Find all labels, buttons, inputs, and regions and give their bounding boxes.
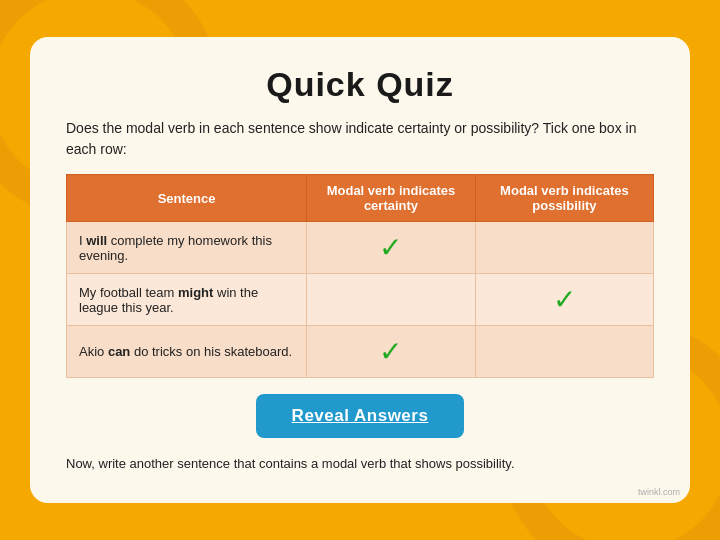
possibility-cell (475, 326, 653, 378)
reveal-answers-button[interactable]: Reveal Answers (256, 394, 465, 438)
sentence-cell: My football team might win the league th… (67, 274, 307, 326)
table-row: I will complete my homework this evening… (67, 222, 654, 274)
sentence-cell: I will complete my homework this evening… (67, 222, 307, 274)
col-header-certainty: Modal verb indicates certainty (307, 175, 476, 222)
branding-logo: twinkl.com (638, 487, 680, 497)
quiz-table: Sentence Modal verb indicates certainty … (66, 174, 654, 378)
instructions-text: Does the modal verb in each sentence sho… (66, 118, 654, 160)
table-row: Akio can do tricks on his skateboard.✓ (67, 326, 654, 378)
col-header-possibility: Modal verb indicates possibility (475, 175, 653, 222)
certainty-cell: ✓ (307, 326, 476, 378)
sentence-cell: Akio can do tricks on his skateboard. (67, 326, 307, 378)
possibility-cell: ✓ (475, 274, 653, 326)
certainty-cell: ✓ (307, 222, 476, 274)
possibility-cell (475, 222, 653, 274)
footer-text: Now, write another sentence that contain… (66, 454, 654, 475)
page-title: Quick Quiz (66, 65, 654, 104)
table-row: My football team might win the league th… (67, 274, 654, 326)
quiz-card: Quick Quiz Does the modal verb in each s… (30, 37, 690, 503)
col-header-sentence: Sentence (67, 175, 307, 222)
certainty-cell (307, 274, 476, 326)
